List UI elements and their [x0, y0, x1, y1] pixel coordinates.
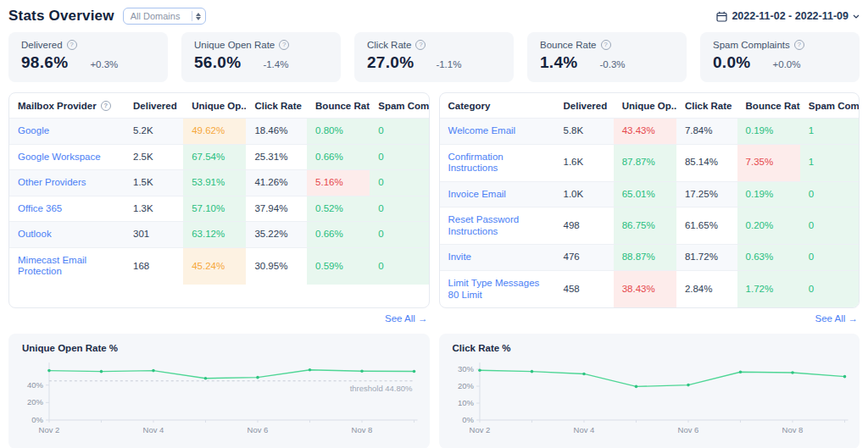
svg-text:Nov 8: Nov 8	[352, 425, 373, 434]
date-range-value: 2022-11-02 - 2022-11-09	[732, 10, 849, 22]
cell-value: 57.10%	[183, 196, 246, 222]
stat-card-bounce-rate: Bounce Rate? 1.4%-0.3%	[527, 32, 687, 82]
stat-value: 0.0%	[713, 53, 751, 72]
cell-value: 88.87%	[614, 245, 676, 271]
svg-text:Nov 4: Nov 4	[573, 425, 594, 434]
help-circle-icon[interactable]: ?	[601, 40, 611, 50]
column-header-4: Bounce Rate	[737, 93, 800, 119]
table-row: Reset Password Instructions49886.75%61.6…	[440, 207, 860, 245]
cell-value: 86.75%	[614, 207, 676, 245]
cell-value: 87.87%	[614, 144, 676, 181]
help-circle-icon[interactable]: ?	[101, 101, 111, 111]
cell-value: 458	[554, 270, 613, 307]
column-header-label: Mailbox Provider	[18, 101, 97, 111]
cell-value: 1.6K	[554, 144, 613, 181]
column-header-0: Category	[440, 93, 555, 119]
cell-value: 1.5K	[125, 170, 183, 196]
see-all-link[interactable]: See All →	[815, 313, 859, 324]
row-label-link[interactable]: Office 365	[9, 196, 125, 222]
cell-value: 5.16%	[307, 170, 370, 196]
cell-value: 0	[370, 170, 428, 196]
table-row: Other Providers1.5K53.91%41.26%5.16%0	[9, 170, 429, 196]
cell-value: 1	[800, 144, 859, 181]
column-header-5: Spam Compl...	[370, 93, 428, 119]
cell-value: 0.66%	[307, 222, 370, 248]
cell-value: 0.63%	[737, 245, 800, 271]
help-circle-icon[interactable]: ?	[794, 40, 804, 50]
cell-value: 0.66%	[307, 144, 370, 170]
row-label-link[interactable]: Confirmation Instructions	[440, 144, 555, 181]
row-label-link[interactable]: Google	[9, 119, 125, 145]
stat-delta: +0.3%	[90, 59, 118, 69]
cell-value: 43.43%	[614, 119, 676, 145]
row-label-link[interactable]: Other Providers	[9, 170, 125, 196]
svg-text:threshold 44.80%: threshold 44.80%	[350, 384, 413, 393]
stat-delta: -1.4%	[263, 59, 288, 69]
svg-text:20%: 20%	[457, 381, 474, 390]
date-range-picker[interactable]: 2022-11-02 - 2022-11-09	[716, 10, 860, 22]
svg-text:Nov 4: Nov 4	[143, 425, 164, 434]
column-header-2: Unique Op...	[183, 93, 246, 119]
svg-text:Nov 8: Nov 8	[782, 425, 803, 434]
svg-text:0%: 0%	[31, 415, 43, 424]
table-row: Outlook30163.12%35.22%0.66%0	[9, 222, 429, 248]
stat-label: Click Rate	[367, 40, 411, 50]
column-header-2: Unique Op...	[614, 93, 676, 119]
svg-text:Nov 2: Nov 2	[39, 425, 60, 434]
category-table: CategoryDeliveredUnique Op...Click RateB…	[440, 93, 860, 307]
svg-text:Nov 2: Nov 2	[469, 425, 490, 434]
table-row: Confirmation Instructions1.6K87.87%85.14…	[440, 144, 860, 181]
cell-value: 81.72%	[676, 245, 737, 271]
mailbox-provider-panel: Mailbox Provider?DeliveredUnique Op...Cl…	[8, 92, 430, 325]
stat-value: 98.6%	[21, 53, 68, 72]
cell-value: 0	[800, 245, 859, 271]
cell-value: 7.35%	[737, 144, 800, 181]
cell-value: 1.0K	[554, 181, 613, 207]
cell-value: 18.46%	[246, 119, 307, 145]
cell-value: 498	[554, 207, 613, 245]
row-label-link[interactable]: Google Workspace	[9, 144, 125, 170]
column-header-3: Click Rate	[246, 93, 307, 119]
cell-value: 67.54%	[183, 144, 246, 170]
chart-title: Unique Open Rate %	[22, 343, 421, 353]
cell-value: 0	[800, 270, 859, 307]
column-header-4: Bounce Rate	[307, 93, 370, 119]
domain-select[interactable]: All Domains	[123, 8, 206, 25]
chevron-down-icon	[853, 14, 860, 19]
stat-card-delivered: Delivered? 98.6%+0.3%	[8, 32, 168, 82]
category-panel: CategoryDeliveredUnique Op...Click RateB…	[439, 92, 860, 325]
row-label-link[interactable]: Welcome Email	[440, 119, 555, 145]
tables-row: Mailbox Provider?DeliveredUnique Op...Cl…	[7, 82, 861, 325]
help-circle-icon[interactable]: ?	[279, 40, 289, 50]
cell-value: 0.59%	[307, 247, 370, 285]
stat-delta: -0.3%	[600, 59, 626, 69]
select-arrows-icon	[196, 13, 201, 20]
svg-text:20%: 20%	[27, 397, 44, 407]
row-label-link[interactable]: Outlook	[9, 222, 125, 248]
cell-value: 0	[370, 119, 428, 145]
table-row: Office 3651.3K57.10%37.94%0.52%0	[9, 196, 429, 222]
cell-value: 0.80%	[307, 119, 370, 145]
see-all-row: See All →	[439, 308, 860, 325]
row-label-link[interactable]: Mimecast Email Protection	[9, 247, 125, 285]
see-all-link[interactable]: See All →	[385, 313, 428, 324]
select-divider	[192, 11, 192, 21]
row-label-link[interactable]: Invoice Email	[440, 181, 555, 207]
table-row: Google5.2K49.62%18.46%0.80%0	[9, 119, 429, 145]
svg-text:Nov 6: Nov 6	[677, 425, 698, 434]
row-label-link[interactable]: Invite	[440, 245, 555, 271]
row-label-link[interactable]: Limit Type Messages 80 Limit	[440, 270, 555, 307]
cell-value: 0.19%	[737, 119, 800, 145]
svg-text:30%: 30%	[457, 364, 474, 373]
click-rate-chart-card: Click Rate % 0%10%20%30%Nov 2Nov 4Nov 6N…	[439, 334, 860, 448]
cell-value: 37.94%	[246, 196, 307, 222]
row-label-link[interactable]: Reset Password Instructions	[440, 207, 555, 245]
page-header: Stats Overview All Domains 2022-11-02 - …	[7, 5, 861, 32]
see-all-row: See All →	[8, 308, 430, 325]
cell-value: 1.3K	[125, 196, 183, 222]
help-circle-icon[interactable]: ?	[415, 40, 426, 50]
cell-value: 168	[125, 247, 183, 285]
category-table-card: CategoryDeliveredUnique Op...Click RateB…	[439, 92, 860, 308]
cell-value: 0	[370, 196, 428, 222]
help-circle-icon[interactable]: ?	[67, 40, 77, 50]
